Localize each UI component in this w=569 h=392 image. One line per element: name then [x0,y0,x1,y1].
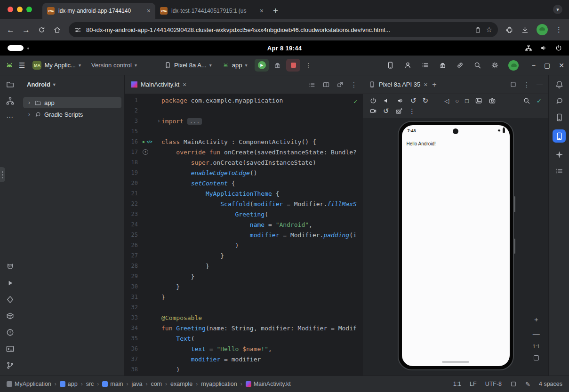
screen-record-icon[interactable] [369,107,377,115]
breadcrumb-item[interactable]: java [131,381,142,387]
power-icon[interactable] [555,44,562,52]
split-editor-icon[interactable] [322,81,330,88]
expand-chevron-icon[interactable]: › [27,111,32,118]
gradle-sync-icon[interactable] [456,61,464,69]
code-line[interactable]: 2 [125,105,363,116]
tab-list-icon[interactable] [308,81,316,88]
screen-icon[interactable] [510,381,517,387]
code-line[interactable]: 16▶</>class MainActivity : ComponentActi… [125,136,363,147]
code-with-me-icon[interactable] [404,61,412,69]
tool-window-handle[interactable] [0,167,5,182]
camera-icon[interactable] [489,97,496,104]
android-back-icon[interactable]: ◁ [444,97,449,104]
fold-gutter-icon[interactable]: › [157,118,161,124]
gutter[interactable]: › [140,118,161,124]
gutter[interactable]: ↑ [140,149,161,155]
code-line[interactable]: 15 [125,126,363,136]
site-settings-icon[interactable] [74,26,81,33]
code-line[interactable]: 36 text = "Hello $name!", [125,344,363,354]
stop-button[interactable] [286,59,300,72]
inspections-ok-icon[interactable]: ✓ [353,98,357,105]
code-line[interactable]: 37 modifier = modifier [125,354,363,364]
code-line[interactable]: 34fun Greeting(name: String, modifier: M… [125,323,363,333]
gutter[interactable]: ▶</> [140,139,161,144]
downloads-icon[interactable] [521,26,529,34]
code-line[interactable]: 32 [125,302,363,312]
ide-restore-icon[interactable]: ▢ [544,62,550,69]
vcs-widget[interactable]: Version control ▾ [88,60,140,71]
indent-setting[interactable]: 4 spaces [539,381,562,387]
code-line[interactable]: 24 name = "Android", [125,219,363,230]
search-everywhere-icon[interactable] [473,61,481,69]
screenshot-icon[interactable] [475,97,482,104]
caret-position[interactable]: 1:1 [453,381,461,387]
code-line[interactable]: 35 Text( [125,333,363,344]
forward-button[interactable]: → [22,26,30,34]
new-tab-button[interactable]: + [273,6,278,15]
code-line[interactable]: 22 Scaffold(modifier = Modifier.fillMaxS [125,199,363,209]
android-overview-icon[interactable]: □ [465,97,469,104]
breadcrumb-item[interactable]: myapplication [201,381,237,387]
profile-avatar[interactable] [537,24,548,35]
bookmark-star-icon[interactable]: ☆ [486,25,492,34]
sync-check-icon[interactable]: ✓ [537,97,542,104]
code-line[interactable]: 18 super.onCreate(savedInstanceState) [125,157,363,168]
reload-button[interactable] [38,26,46,34]
close-tab-icon[interactable]: × [260,8,264,14]
code-line[interactable]: 30 } [125,281,363,292]
run-button[interactable]: ▶ [255,59,269,72]
code-line[interactable]: 29 } [125,271,363,281]
breadcrumb-item[interactable]: MyApplication [7,381,51,387]
run-config-selector[interactable]: app ▾ [219,60,250,71]
profiler-icon[interactable] [439,61,447,69]
extensions-icon[interactable] [505,26,513,34]
close-window-button[interactable] [8,7,13,12]
float-window-icon[interactable] [510,81,517,88]
more-tools-icon[interactable]: ⋯ [6,113,14,121]
code-line[interactable]: 20 setContent { [125,178,363,188]
volume-up-icon[interactable] [397,97,404,104]
code-editor[interactable]: 1package com.example.myapplication23›imp… [125,94,363,376]
volume-icon[interactable] [540,44,547,52]
ide-profile-avatar[interactable] [508,60,519,71]
device-power-icon[interactable] [369,97,377,104]
snapshot-icon[interactable] [395,107,403,115]
close-tab-icon[interactable]: × [147,8,151,14]
todo-icon[interactable] [421,61,429,69]
device-tab[interactable]: Pixel 8a API 35 × [369,81,427,88]
device-settings-icon[interactable] [523,97,530,104]
settings-icon[interactable] [491,61,499,69]
breadcrumb-item[interactable]: example [170,381,192,387]
breadcrumb-item[interactable]: main [102,381,123,387]
code-line[interactable]: 38 ) [125,364,363,375]
logcat-icon[interactable] [6,262,15,271]
override-gutter-icon[interactable]: ↑ [143,149,148,155]
tree-item-gradle-scripts[interactable]: › Gradle Scripts [23,109,121,120]
structure-tool-icon[interactable] [6,96,15,105]
add-device-tab-icon[interactable]: + [432,80,436,89]
version-control-icon[interactable] [6,361,15,370]
main-menu-icon[interactable]: ☰ [19,61,25,70]
device-explorer-icon[interactable] [555,113,564,122]
project-tool-icon[interactable] [6,80,15,89]
device-more-icon[interactable]: ⋮ [409,107,416,115]
code-line[interactable]: 3›import ... [125,116,363,126]
volume-down-icon[interactable] [383,97,391,104]
device-streaming-icon[interactable] [386,61,394,69]
running-devices-icon[interactable] [553,129,566,143]
browser-tab-active[interactable]: VNC idx-my-android-app-1744140 × [42,3,155,19]
pen-icon[interactable]: ✎ [525,381,530,388]
panel-more-icon[interactable]: ⋮ [523,81,530,88]
run-gutter-icon[interactable]: ▶ [143,139,145,144]
breadcrumb-item[interactable]: src [86,381,94,387]
minimize-window-button[interactable] [17,7,23,12]
address-bar[interactable]: 80-idx-my-android-app-1744140290428.clus… [69,22,498,37]
encoding[interactable]: UTF-8 [485,381,502,387]
reset-icon[interactable]: ↺ [383,107,389,115]
code-line[interactable]: 28 } [125,261,363,271]
code-line[interactable]: 19 enableEdgeToEdge() [125,168,363,178]
editor-tab-mainactivity[interactable]: MainActivity.kt × [125,75,193,94]
notifications-bell-icon[interactable] [555,80,564,89]
android-home-icon[interactable]: ○ [455,97,459,104]
device-selector[interactable]: Pixel 8a A... ▾ [161,60,215,71]
